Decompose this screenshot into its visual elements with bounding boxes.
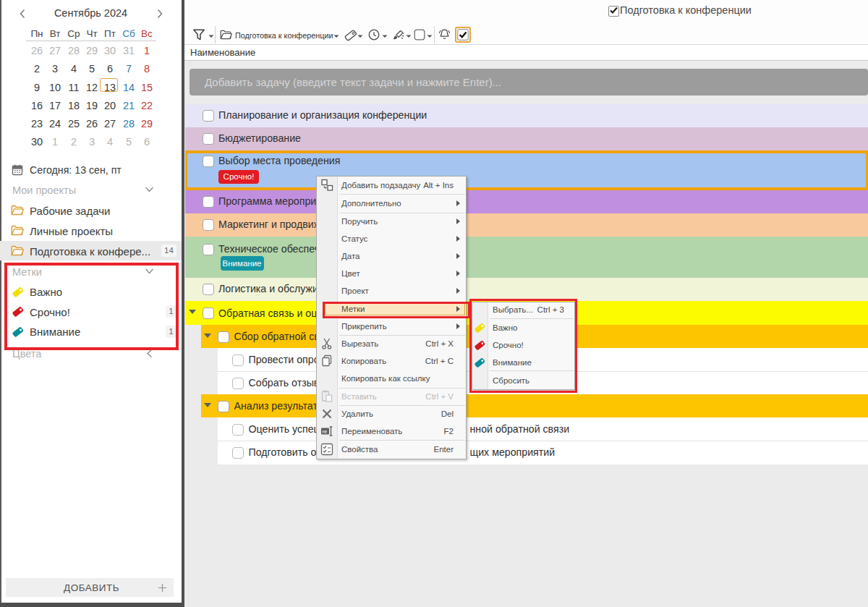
svg-text:re: re xyxy=(323,428,328,434)
